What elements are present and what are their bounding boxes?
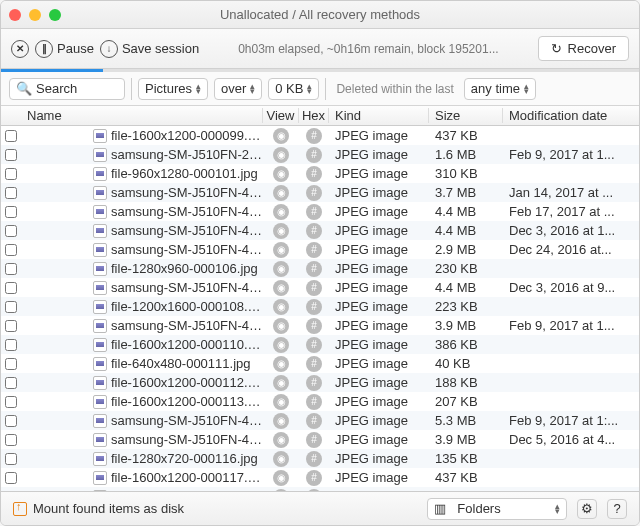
row-checkbox[interactable] [1,377,21,389]
row-checkbox[interactable] [1,282,21,294]
hex-icon[interactable]: # [306,261,322,277]
hex-icon[interactable]: # [306,356,322,372]
eye-icon[interactable]: ◉ [273,261,289,277]
table-row[interactable]: file-1600x1200-000113.jpg◉#JPEG image207… [1,392,639,411]
hex-icon[interactable]: # [306,280,322,296]
table-row[interactable]: file-1600x1200-000099.jpg◉#JPEG image437… [1,126,639,145]
minimize-icon[interactable] [29,9,41,21]
row-checkbox[interactable] [1,130,21,142]
table-row[interactable]: file-640x480-000111.jpg◉#JPEG image40 KB [1,354,639,373]
hex-icon[interactable]: # [306,451,322,467]
table-row[interactable]: samsung-SM-J510FN-4128...◉#JPEG image3.9… [1,430,639,449]
row-checkbox[interactable] [1,301,21,313]
hex-icon[interactable]: # [306,223,322,239]
eye-icon[interactable]: ◉ [273,394,289,410]
row-checkbox[interactable] [1,168,21,180]
row-checkbox[interactable] [1,263,21,275]
row-checkbox[interactable] [1,415,21,427]
search-input[interactable]: 🔍Search [9,78,125,100]
table-row[interactable]: samsung-SM-J510FN-4128...◉#JPEG image3.9… [1,316,639,335]
row-checkbox[interactable] [1,453,21,465]
hex-icon[interactable]: # [306,470,322,486]
hex-icon[interactable]: # [306,166,322,182]
table-row[interactable]: file-1600x1200-000112.jpg◉#JPEG image188… [1,373,639,392]
save-session-button[interactable]: ↓Save session [100,40,199,58]
eye-icon[interactable]: ◉ [273,128,289,144]
row-checkbox[interactable] [1,434,21,446]
row-checkbox[interactable] [1,206,21,218]
mount-button[interactable]: Mount found items as disk [13,501,184,516]
settings-button[interactable]: ⚙ [577,499,597,519]
hex-icon[interactable]: # [306,299,322,315]
row-checkbox[interactable] [1,396,21,408]
hex-icon[interactable]: # [306,185,322,201]
op-select[interactable]: over▴▾ [214,78,262,100]
row-checkbox[interactable] [1,358,21,370]
table-row[interactable]: samsung-SM-J510FN-4128...◉#JPEG image4.4… [1,278,639,297]
time-range-select[interactable]: any time▴▾ [464,78,536,100]
eye-icon[interactable]: ◉ [273,413,289,429]
eye-icon[interactable]: ◉ [273,204,289,220]
close-icon[interactable] [9,9,21,21]
row-checkbox[interactable] [1,244,21,256]
table-row[interactable]: samsung-SM-J510FN-4128...◉#JPEG image4.4… [1,202,639,221]
hex-icon[interactable]: # [306,147,322,163]
table-row[interactable]: file-1280x720-000116.jpg◉#JPEG image135 … [1,449,639,468]
hex-icon[interactable]: # [306,128,322,144]
eye-icon[interactable]: ◉ [273,470,289,486]
recover-button[interactable]: ↻Recover [538,36,629,61]
table-row[interactable]: samsung-SM-J510FN-4128...◉#JPEG image4.4… [1,221,639,240]
size-select[interactable]: 0 KB▴▾ [268,78,319,100]
table-row[interactable]: file-1200x1600-000108.jpg◉#JPEG image223… [1,297,639,316]
table-row[interactable]: file-960x1280-000101.jpg◉#JPEG image310 … [1,164,639,183]
stop-button[interactable]: ✕ [11,40,29,58]
hex-icon[interactable]: # [306,242,322,258]
eye-icon[interactable]: ◉ [273,299,289,315]
eye-icon[interactable]: ◉ [273,337,289,353]
row-checkbox[interactable] [1,187,21,199]
eye-icon[interactable]: ◉ [273,375,289,391]
hex-icon[interactable]: # [306,337,322,353]
col-size[interactable]: Size [429,108,503,123]
table-row[interactable]: file-1600x1200-000117.jpg◉#JPEG image437… [1,468,639,487]
table-row[interactable]: samsung-SM-J510FN-4128...◉#JPEG image5.3… [1,411,639,430]
row-checkbox[interactable] [1,149,21,161]
file-name-cell: samsung-SM-J510FN-4128... [21,413,263,428]
pause-button[interactable]: ∥Pause [35,40,94,58]
col-name[interactable]: Name [21,108,263,123]
eye-icon[interactable]: ◉ [273,318,289,334]
file-name-cell: samsung-SM-J510FN-4128... [21,242,263,257]
eye-icon[interactable]: ◉ [273,280,289,296]
col-hex[interactable]: Hex [299,108,329,123]
table-row[interactable]: samsung-SM-J510FN-4128...◉#JPEG image2.9… [1,240,639,259]
table-row[interactable]: samsung-SM-J510FN-2576...◉#JPEG image1.6… [1,145,639,164]
table-row[interactable]: file-1280x960-000106.jpg◉#JPEG image230 … [1,259,639,278]
row-checkbox[interactable] [1,320,21,332]
folders-select[interactable]: ▥ Folders▴▾ [427,498,567,520]
hex-icon[interactable]: # [306,413,322,429]
fullscreen-icon[interactable] [49,9,61,21]
col-date[interactable]: Modification date [503,108,639,123]
hex-icon[interactable]: # [306,204,322,220]
eye-icon[interactable]: ◉ [273,185,289,201]
hex-icon[interactable]: # [306,394,322,410]
hex-icon[interactable]: # [306,375,322,391]
table-row[interactable]: file-1600x1200-000110.jpg◉#JPEG image386… [1,335,639,354]
col-kind[interactable]: Kind [329,108,429,123]
eye-icon[interactable]: ◉ [273,223,289,239]
col-view[interactable]: View [263,108,299,123]
hex-icon[interactable]: # [306,318,322,334]
row-checkbox[interactable] [1,339,21,351]
eye-icon[interactable]: ◉ [273,451,289,467]
eye-icon[interactable]: ◉ [273,166,289,182]
eye-icon[interactable]: ◉ [273,147,289,163]
hex-icon[interactable]: # [306,432,322,448]
row-checkbox[interactable] [1,472,21,484]
help-button[interactable]: ? [607,499,627,519]
row-checkbox[interactable] [1,225,21,237]
eye-icon[interactable]: ◉ [273,432,289,448]
eye-icon[interactable]: ◉ [273,356,289,372]
type-select[interactable]: Pictures▴▾ [138,78,208,100]
eye-icon[interactable]: ◉ [273,242,289,258]
table-row[interactable]: samsung-SM-J510FN-4128...◉#JPEG image3.7… [1,183,639,202]
